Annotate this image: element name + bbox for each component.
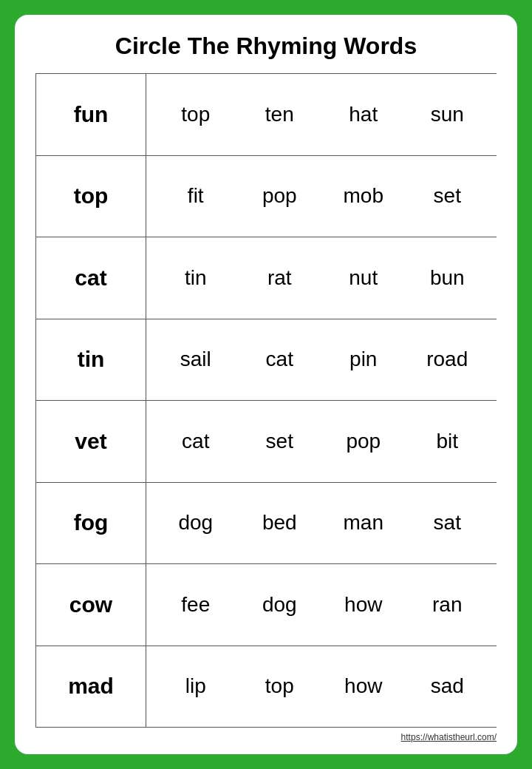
- choice-word[interactable]: road: [421, 348, 473, 371]
- choices-group: liptophowsad: [146, 674, 497, 698]
- choice-word[interactable]: dog: [253, 593, 305, 617]
- key-word: cow: [35, 564, 146, 646]
- table-row: cattinratnutbun: [35, 237, 497, 319]
- choice-word[interactable]: bit: [421, 430, 473, 453]
- choices-group: dogbedmansat: [146, 511, 497, 535]
- key-word: cat: [35, 237, 146, 319]
- table-row: vetcatsetpopbit: [35, 401, 497, 483]
- choice-word[interactable]: ran: [421, 593, 473, 617]
- key-word: fun: [35, 74, 146, 155]
- main-card: Circle The Rhyming Words funtoptenhatsun…: [15, 15, 517, 754]
- choice-word[interactable]: nut: [338, 266, 389, 290]
- choice-word[interactable]: sail: [170, 348, 222, 371]
- choice-word[interactable]: how: [338, 674, 389, 698]
- key-word: tin: [35, 319, 146, 401]
- table-row: funtoptenhatsun: [35, 73, 497, 156]
- choice-word[interactable]: pop: [253, 184, 305, 208]
- key-word: top: [35, 156, 146, 237]
- choice-word[interactable]: fee: [170, 593, 222, 617]
- choice-word[interactable]: fit: [170, 184, 222, 208]
- choice-word[interactable]: pin: [338, 348, 389, 371]
- key-word: fog: [35, 483, 146, 564]
- choice-word[interactable]: ten: [253, 103, 305, 126]
- choice-word[interactable]: bun: [421, 266, 473, 290]
- choices-group: feedoghowran: [146, 593, 497, 617]
- choice-word[interactable]: pop: [338, 430, 389, 453]
- choice-word[interactable]: sad: [421, 674, 473, 698]
- page-title: Circle The Rhyming Words: [35, 33, 497, 60]
- choice-word[interactable]: mob: [338, 184, 389, 208]
- rhyme-grid: funtoptenhatsuntopfitpopmobsetcattinratn…: [35, 73, 497, 728]
- key-word: vet: [35, 401, 146, 482]
- footer: https://whatistheurl.com/: [35, 732, 497, 742]
- table-row: cowfeedoghowran: [35, 564, 497, 646]
- choices-group: tinratnutbun: [146, 266, 497, 290]
- choices-group: sailcatpinroad: [146, 348, 497, 371]
- footer-link[interactable]: https://whatistheurl.com/: [401, 732, 497, 742]
- choice-word[interactable]: how: [338, 593, 389, 617]
- table-row: topfitpopmobset: [35, 156, 497, 238]
- choice-word[interactable]: sat: [421, 511, 473, 535]
- table-row: tinsailcatpinroad: [35, 319, 497, 402]
- choice-word[interactable]: rat: [253, 266, 305, 290]
- choice-word[interactable]: man: [338, 511, 389, 535]
- choices-group: toptenhatsun: [146, 103, 497, 126]
- choice-word[interactable]: top: [170, 103, 222, 126]
- key-word: mad: [35, 646, 146, 728]
- choice-word[interactable]: lip: [170, 674, 222, 698]
- choice-word[interactable]: sun: [421, 103, 473, 126]
- choice-word[interactable]: cat: [253, 348, 305, 371]
- table-row: madliptophowsad: [35, 646, 497, 728]
- choice-word[interactable]: set: [421, 184, 473, 208]
- choices-group: fitpopmobset: [146, 184, 497, 208]
- choice-word[interactable]: dog: [170, 511, 222, 535]
- table-row: fogdogbedmansat: [35, 483, 497, 565]
- choice-word[interactable]: hat: [338, 103, 389, 126]
- choice-word[interactable]: tin: [170, 266, 222, 290]
- choice-word[interactable]: top: [253, 674, 305, 698]
- choice-word[interactable]: set: [253, 430, 305, 453]
- choice-word[interactable]: cat: [170, 430, 222, 453]
- choices-group: catsetpopbit: [146, 430, 497, 453]
- choice-word[interactable]: bed: [253, 511, 305, 535]
